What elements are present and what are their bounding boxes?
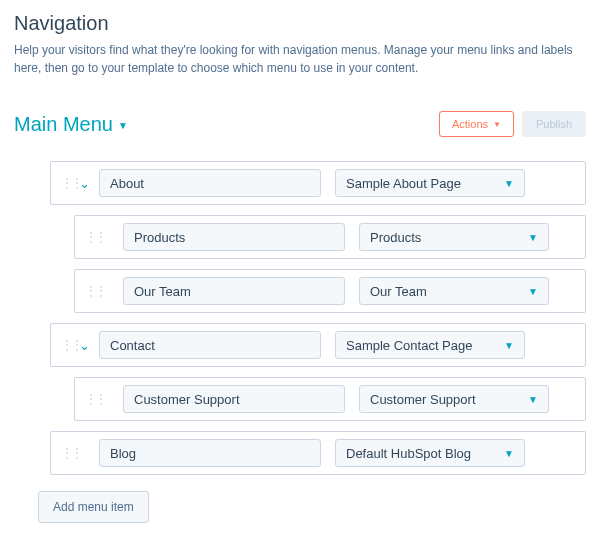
drag-handle-icon[interactable] xyxy=(85,234,95,240)
actions-button-label: Actions xyxy=(452,118,488,130)
menu-item-page-select[interactable]: Sample About Page▼ xyxy=(335,169,525,197)
menu-item-page-select[interactable]: Products▼ xyxy=(359,223,549,251)
menu-item-label-input[interactable] xyxy=(123,385,345,413)
menu-item-page-value: Our Team xyxy=(370,284,427,299)
menu-item-page-value: Default HubSpot Blog xyxy=(346,446,471,461)
expand-toggle-icon[interactable]: ⌄ xyxy=(79,338,93,353)
menu-item-page-value: Products xyxy=(370,230,421,245)
drag-handle-icon[interactable] xyxy=(61,342,71,348)
menu-selector[interactable]: Main Menu ▼ xyxy=(14,113,128,136)
menu-item-page-select[interactable]: Customer Support▼ xyxy=(359,385,549,413)
caret-down-icon: ▼ xyxy=(504,178,514,189)
drag-handle-icon[interactable] xyxy=(61,450,71,456)
menu-item-row: Products▼ xyxy=(74,215,586,259)
caret-down-icon: ▼ xyxy=(118,120,128,131)
caret-down-icon: ▼ xyxy=(504,448,514,459)
menu-item-row: ⌄Sample Contact Page▼ xyxy=(50,323,586,367)
menu-item-page-value: Sample Contact Page xyxy=(346,338,472,353)
drag-handle-icon[interactable] xyxy=(85,288,95,294)
menu-selector-label: Main Menu xyxy=(14,113,113,136)
expand-toggle-icon[interactable]: ⌄ xyxy=(79,176,93,191)
caret-down-icon: ▼ xyxy=(528,286,538,297)
caret-down-icon: ▼ xyxy=(493,120,501,129)
menu-item-page-select[interactable]: Our Team▼ xyxy=(359,277,549,305)
menu-item-label-input[interactable] xyxy=(123,277,345,305)
drag-handle-icon[interactable] xyxy=(85,396,95,402)
menu-item-label-input[interactable] xyxy=(99,331,321,359)
caret-down-icon: ▼ xyxy=(504,340,514,351)
menu-item-label-input[interactable] xyxy=(123,223,345,251)
page-subtitle: Help your visitors find what they're loo… xyxy=(14,41,574,77)
menu-item-label-input[interactable] xyxy=(99,169,321,197)
add-menu-item-button[interactable]: Add menu item xyxy=(38,491,149,523)
menu-item-page-value: Sample About Page xyxy=(346,176,461,191)
menu-item-row: Default HubSpot Blog▼ xyxy=(50,431,586,475)
menu-item-page-select[interactable]: Sample Contact Page▼ xyxy=(335,331,525,359)
menu-item-label-input[interactable] xyxy=(99,439,321,467)
publish-button: Publish xyxy=(522,111,586,137)
menu-item-row: ⌄Sample About Page▼ xyxy=(50,161,586,205)
menu-item-row: Customer Support▼ xyxy=(74,377,586,421)
caret-down-icon: ▼ xyxy=(528,232,538,243)
actions-button[interactable]: Actions ▼ xyxy=(439,111,514,137)
drag-handle-icon[interactable] xyxy=(61,180,71,186)
menu-item-row: Our Team▼ xyxy=(74,269,586,313)
caret-down-icon: ▼ xyxy=(528,394,538,405)
menu-item-page-select[interactable]: Default HubSpot Blog▼ xyxy=(335,439,525,467)
page-title: Navigation xyxy=(14,12,586,35)
menu-item-page-value: Customer Support xyxy=(370,392,476,407)
